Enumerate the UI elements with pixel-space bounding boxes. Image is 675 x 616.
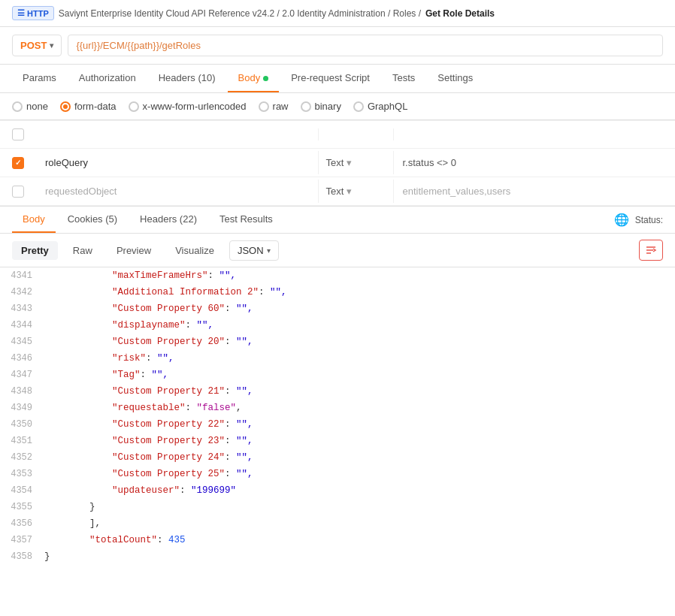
view-pretty-button[interactable]: Pretty [12,241,58,260]
json-format-select[interactable]: JSON ▾ [229,240,279,261]
table-row: 4341 "maxTimeFrameHrs": "", [0,267,675,284]
radio-circle-binary [301,101,311,112]
view-visualize-button[interactable]: Visualize [166,241,223,260]
radio-raw[interactable]: raw [259,101,289,112]
radio-none[interactable]: none [12,101,48,112]
table-row: 4346 "risk": "", [0,350,675,367]
form-row-rolequery: roleQuery Text ▾ r.status <> 0 [0,149,675,177]
form-data-table: roleQuery Text ▾ r.status <> 0 requested… [0,120,675,207]
line-number: 4358 [0,549,41,564]
body-dot-indicator [263,76,268,81]
method-select[interactable]: POST ▾ [12,35,62,56]
globe-icon: 🌐 [614,213,629,227]
line-number: 4356 [0,516,41,531]
table-row: 4352 "Custom Property 24": "", [0,449,675,466]
table-row: 4355 } [0,499,675,515]
requestedobject-key[interactable]: requestedObject [36,180,319,203]
line-number: 4347 [0,367,41,382]
check-cell [0,128,36,140]
line-number: 4355 [0,500,41,515]
table-row: 4348 "Custom Property 21": "", [0,383,675,400]
method-label: POST [20,40,47,51]
value-cell-empty[interactable] [394,128,676,140]
tab-headers[interactable]: Headers (10) [148,65,226,92]
breadcrumb-bar: ☰ HTTP Saviynt Enterprise Identity Cloud… [0,0,675,27]
resp-tab-headers[interactable]: Headers (22) [129,207,207,233]
requestedobject-checkbox[interactable] [12,186,24,198]
tab-authorization[interactable]: Authorization [68,65,147,92]
type-cell-empty[interactable] [319,128,394,140]
table-row: 4343 "Custom Property 60": "", [0,300,675,317]
line-number: 4354 [0,483,41,498]
rolequery-key[interactable]: roleQuery [36,151,319,174]
table-row: 4347 "Tag": "", [0,367,675,383]
resp-tab-cookies[interactable]: Cookies (5) [57,207,128,233]
view-raw-button[interactable]: Raw [64,241,101,260]
radio-circle-urlencoded [129,101,139,112]
type-chevron2-icon: ▾ [347,186,352,197]
wrap-lines-button[interactable] [639,240,663,261]
line-content: "displayname": "", [41,318,675,333]
line-content: "Custom Property 23": "", [41,433,675,448]
requestedobject-value[interactable]: entitlement_values,users [394,180,676,203]
line-content: "Tag": "", [41,367,675,382]
tab-settings[interactable]: Settings [427,65,483,92]
table-row: 4358} [0,548,675,565]
code-area: 4341 "maxTimeFrameHrs": "",4342 "Additio… [0,267,675,565]
line-content: "Custom Property 25": "", [41,467,675,482]
tab-tests[interactable]: Tests [382,65,425,92]
http-icon: ☰ [17,8,25,18]
radio-urlencoded[interactable]: x-www-form-urlencoded [129,101,247,112]
breadcrumb-current: Get Role Details [425,8,495,19]
line-content: ], [41,516,675,531]
url-template-text: {{url}}/ECM/{{path}}/getRoles [76,40,201,51]
rolequery-value[interactable]: r.status <> 0 [394,151,676,174]
requestedobject-type[interactable]: Text ▾ [319,180,394,203]
json-toolbar: Pretty Raw Preview Visualize JSON ▾ [0,234,675,267]
url-input[interactable]: {{url}}/ECM/{{path}}/getRoles [68,35,663,56]
form-row-partial-top [0,120,675,149]
key-cell-empty[interactable] [36,128,319,140]
resp-tab-testresults[interactable]: Test Results [209,207,283,233]
table-row: 4349 "requestable": "false", [0,400,675,416]
requestedobject-check-cell [0,186,36,198]
line-number: 4345 [0,334,41,349]
line-content: "Custom Property 21": "", [41,384,675,399]
line-content: "updateuser": "199699" [41,483,675,498]
response-meta: 🌐 Status: [614,213,663,227]
rolequery-type[interactable]: Text ▾ [319,151,394,174]
response-tabs: Body Cookies (5) Headers (22) Test Resul… [12,207,283,233]
line-number: 4352 [0,450,41,465]
main-tabs-row: Params Authorization Headers (10) Body P… [0,65,675,93]
radio-binary[interactable]: binary [301,101,341,112]
radio-circle-none [12,101,23,112]
radio-form-data[interactable]: form-data [60,101,117,112]
wrap-icon [645,244,657,256]
line-content: "totalCount": 435 [41,533,675,548]
table-row: 4351 "Custom Property 23": "", [0,433,675,449]
radio-circle-form-data [60,101,71,112]
tab-pre-request[interactable]: Pre-request Script [280,65,380,92]
checkbox-unchecked[interactable] [12,128,24,140]
table-row: 4344 "displayname": "", [0,317,675,334]
line-number: 4341 [0,268,41,283]
line-number: 4350 [0,417,41,432]
line-content: "Custom Property 22": "", [41,417,675,432]
line-content: "risk": "", [41,351,675,366]
view-preview-button[interactable]: Preview [107,241,160,260]
line-number: 4343 [0,301,41,316]
body-options-row: none form-data x-www-form-urlencoded raw… [0,93,675,120]
tab-params[interactable]: Params [12,65,67,92]
rolequery-check-cell [0,157,36,169]
radio-graphql[interactable]: GraphQL [353,101,407,112]
resp-tab-body[interactable]: Body [12,207,56,233]
table-row: 4354 "updateuser": "199699" [0,482,675,499]
status-label: Status: [635,215,663,225]
rolequery-checkbox[interactable] [12,157,24,169]
line-number: 4348 [0,384,41,399]
line-number: 4346 [0,351,41,366]
radio-circle-graphql [353,101,364,112]
tab-body[interactable]: Body [228,65,280,92]
line-content: "requestable": "false", [41,400,675,415]
line-content: } [41,500,675,515]
